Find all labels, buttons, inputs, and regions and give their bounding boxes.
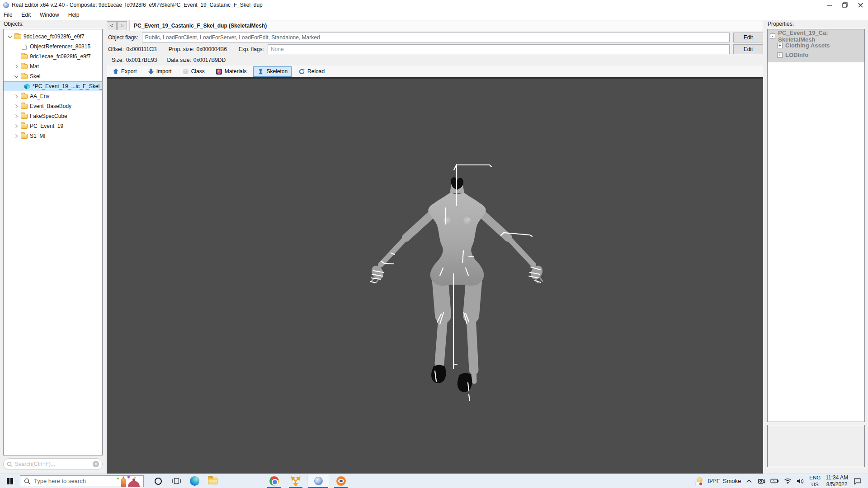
restore-button[interactable] <box>837 0 853 10</box>
chevron-right-icon[interactable] <box>13 103 20 110</box>
model-viewer-icon <box>291 476 301 486</box>
clock[interactable]: 11:34 AM 8/5/2022 <box>826 474 848 488</box>
cortana-icon <box>155 478 162 485</box>
weather-icon <box>695 477 705 485</box>
volume-icon[interactable] <box>797 478 804 484</box>
menu-help[interactable]: Help <box>64 10 84 19</box>
class-gray-icon <box>183 68 189 75</box>
action-center-icon[interactable] <box>853 478 862 485</box>
props-item-lodinfo[interactable]: + LODInfo <box>768 50 864 60</box>
taskbar-blender-button[interactable] <box>332 474 350 488</box>
time: 11:34 AM <box>826 474 848 481</box>
start-button[interactable] <box>0 474 20 488</box>
object-flags-label: Object flags: <box>108 34 138 41</box>
taskbar-search-input[interactable] <box>34 478 102 484</box>
weather-widget[interactable]: 84°F Smoke <box>695 477 741 485</box>
materials-button[interactable]: Materials <box>212 66 251 77</box>
camera-icon[interactable] <box>757 478 765 484</box>
real-editor-icon <box>314 477 323 485</box>
temperature: 84°F <box>708 478 720 484</box>
folder-icon <box>21 104 28 109</box>
tab-title: PC_Event_19_Castanic_F_Skel_dup (Skeleta… <box>134 23 267 29</box>
objects-search-input[interactable] <box>15 461 93 467</box>
chevron-right-icon[interactable] <box>13 93 20 100</box>
restore-icon <box>842 2 848 8</box>
file-explorer-icon <box>208 478 217 484</box>
tree-item-fakespeccube[interactable]: FakeSpecCube <box>4 111 102 121</box>
system-tray: 84°F Smoke ENG US <box>695 474 868 488</box>
chevron-right-icon[interactable] <box>13 132 20 140</box>
tree-item-objectreferencer[interactable]: ObjectReferencer_80315 <box>4 42 102 52</box>
expand-box-icon[interactable]: + <box>777 52 783 58</box>
windows-start-icon <box>7 478 13 484</box>
chevron-right-icon[interactable] <box>13 63 20 70</box>
viewport-3d[interactable] <box>107 79 763 474</box>
edit-exp-flags-button[interactable]: Edit <box>733 44 763 54</box>
objects-heading: Objects: <box>4 21 24 27</box>
chevron-right-icon[interactable] <box>13 122 20 130</box>
menu-edit[interactable]: Edit <box>17 10 35 19</box>
size-label: Size: <box>112 57 124 63</box>
exp-flags-input[interactable] <box>271 46 726 52</box>
tree-item-event-basebody[interactable]: Event_BaseBody <box>4 101 102 111</box>
prop-size-value: 0x000004B6 <box>196 46 226 52</box>
minimize-button[interactable] <box>822 0 837 10</box>
tree-item-aa-env[interactable]: AA_Env <box>4 91 102 101</box>
size-value: 0x0017BE93 <box>126 57 157 63</box>
collapse-box-icon[interactable]: - <box>770 33 775 39</box>
taskbar-chrome-button[interactable] <box>265 474 283 488</box>
language-indicator[interactable]: ENG US <box>809 474 821 488</box>
class-button[interactable]: Class <box>179 66 209 76</box>
menu-file[interactable]: File <box>0 10 17 19</box>
taskbar-edge-button[interactable] <box>185 474 203 488</box>
tree-item-s1-mi[interactable]: S1_MI <box>4 131 102 141</box>
import-button[interactable]: Import <box>144 66 176 76</box>
clear-search-icon[interactable]: ✕ <box>93 461 99 467</box>
edit-flags-button[interactable]: Edit <box>733 33 763 42</box>
taskbar-cortana-button[interactable] <box>149 474 167 488</box>
export-button[interactable]: Export <box>108 66 141 76</box>
nav-back-button[interactable]: < <box>107 21 117 30</box>
wifi-icon[interactable] <box>784 478 792 484</box>
reload-button[interactable]: Reload <box>294 66 329 77</box>
chevron-up-icon[interactable] <box>746 479 752 484</box>
nav-forward-button[interactable]: > <box>117 21 127 30</box>
blender-icon <box>336 476 346 486</box>
offset-label: Offset: <box>108 46 124 52</box>
tree-item-mat[interactable]: Mat <box>4 61 102 71</box>
refresh-icon <box>298 68 305 75</box>
tree-item-skeletalmesh-selected[interactable]: *PC_Event_19_...ic_F_Skel_dup <box>4 81 102 91</box>
language: ENG <box>809 474 821 481</box>
object-flags-input[interactable] <box>145 34 726 41</box>
chevron-down-icon[interactable] <box>6 33 14 40</box>
expand-box-icon[interactable]: + <box>777 43 783 48</box>
window-title: Real Editor x64 v.2.40 - Composite: 9dc1… <box>12 2 263 8</box>
size-row: Size: 0x0017BE93 Data size: 0x0017B9DD <box>107 56 763 64</box>
data-size-value: 0x0017B9DD <box>193 57 226 63</box>
search-icon <box>24 478 30 484</box>
taskbar-model-viewer-button[interactable] <box>287 474 305 488</box>
taskbar-real-editor-button[interactable] <box>307 474 329 488</box>
arrow-up-icon <box>113 68 119 75</box>
taskbar-task-view-button[interactable] <box>167 474 185 488</box>
chevron-right-icon[interactable] <box>13 113 20 120</box>
property-description-box <box>767 425 865 467</box>
folder-icon <box>21 74 28 79</box>
tree-item-package-child[interactable]: 9dc1ecae_fc0928f6_e9f7 <box>4 52 102 61</box>
menubar: File Edit Window Help <box>0 10 868 20</box>
tree-item-package-root[interactable]: 9dc1ecae_fc0928f6_e9f7 <box>4 32 102 42</box>
task-view-icon <box>172 477 181 485</box>
menu-window[interactable]: Window <box>35 10 64 19</box>
tree-item-pc-event-19[interactable]: PC_Event_19 <box>4 121 102 131</box>
close-button[interactable] <box>853 0 868 10</box>
skeleton-button[interactable]: Skeleton <box>253 66 292 77</box>
taskbar-search[interactable] <box>20 475 144 487</box>
battery-icon[interactable] <box>770 478 779 484</box>
prop-size-label: Prop. size: <box>169 46 194 52</box>
tree-item-skel[interactable]: Skel <box>4 71 102 81</box>
props-item-skeletalmesh[interactable]: - PC_Event_19_Ca: SkeletalMesh <box>768 31 864 41</box>
taskbar-file-explorer-button[interactable] <box>203 474 222 488</box>
tab-skeletalmesh[interactable]: PC_Event_19_Castanic_F_Skel_dup (Skeleta… <box>129 20 763 31</box>
objects-search: ✕ <box>3 458 103 470</box>
chevron-down-icon[interactable] <box>13 73 20 80</box>
